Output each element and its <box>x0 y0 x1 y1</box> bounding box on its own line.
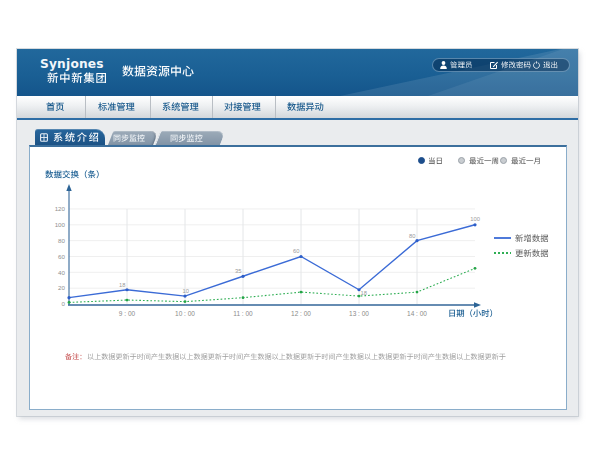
user-button[interactable] <box>440 59 475 71</box>
data-point-1 <box>300 291 303 294</box>
tab-label <box>170 134 203 143</box>
x-tick-label: 10 : 00 <box>175 310 195 317</box>
y-tick-label: 100 <box>55 221 66 228</box>
data-point-0 <box>299 255 302 258</box>
y-axis-arrow <box>66 184 71 191</box>
tab-sync-monitor-1[interactable] <box>108 131 158 145</box>
app-window: Synjones <box>17 49 578 416</box>
data-point-0 <box>415 239 418 242</box>
legend-label <box>515 234 549 243</box>
y-tick-label: 0 <box>62 300 66 307</box>
note-text <box>87 353 506 361</box>
legend-line-sample <box>494 236 511 240</box>
point-label: 10 <box>183 288 189 294</box>
logout-label <box>543 61 561 69</box>
point-label: 35 <box>235 268 241 274</box>
user-toolbar <box>432 58 570 72</box>
data-point-1 <box>358 295 361 298</box>
grid-icon <box>40 133 48 142</box>
y-tick-label: 80 <box>58 237 65 244</box>
y-tick-label: 40 <box>58 269 65 276</box>
nav-item-label <box>98 102 135 112</box>
point-label: 80 <box>409 233 415 239</box>
user-icon <box>440 61 447 69</box>
tab-system-intro[interactable] <box>35 129 105 145</box>
y-tick-label: 20 <box>58 284 65 291</box>
x-tick-label: 13 : 00 <box>349 310 369 317</box>
x-tick-label: 9 : 00 <box>119 310 136 317</box>
legend-line-sample <box>494 251 511 255</box>
tab-label <box>53 132 101 143</box>
note-prefix <box>65 353 87 361</box>
page: Synjones <box>0 0 600 450</box>
power-icon <box>533 61 540 69</box>
logo-synjones: Synjones <box>40 57 104 71</box>
footer-note <box>65 353 506 361</box>
data-point-0 <box>473 223 476 226</box>
tab-label <box>112 134 144 143</box>
nav-item-0[interactable] <box>25 96 86 118</box>
data-point-0 <box>125 288 128 291</box>
data-point-1 <box>416 291 419 294</box>
edit-icon <box>490 61 498 69</box>
header: Synjones <box>17 49 578 96</box>
data-point-0 <box>241 275 244 278</box>
navbar <box>17 96 578 120</box>
data-point-0 <box>183 294 186 297</box>
line-chart: 0204060801001209 : 0010 : 0011 : 0012 : … <box>30 147 566 407</box>
data-point-0 <box>67 296 70 299</box>
y-tick-label: 120 <box>55 205 66 212</box>
nav-item-2[interactable] <box>150 96 213 118</box>
data-point-1 <box>184 300 187 303</box>
change-password-label <box>501 61 534 69</box>
user-label <box>450 61 476 69</box>
logout-button[interactable] <box>533 59 560 71</box>
nav-item-1[interactable] <box>85 96 151 118</box>
y-tick-label: 60 <box>58 253 65 260</box>
legend-item-1[interactable] <box>494 246 549 261</box>
point-label: 18 <box>119 282 125 288</box>
nav-item-label <box>287 102 324 112</box>
point-label: 100 <box>470 216 480 222</box>
x-axis-arrow <box>474 302 481 307</box>
point-label: 60 <box>293 248 299 254</box>
data-point-1 <box>68 301 71 304</box>
nav-item-label <box>46 102 65 112</box>
change-password-button[interactable] <box>490 59 533 71</box>
data-point-1 <box>126 299 129 302</box>
data-point-1 <box>474 267 477 270</box>
tab-sync-monitor-2[interactable] <box>155 131 225 145</box>
x-tick-label: 11 : 00 <box>233 310 253 317</box>
x-tick-label: 14 : 00 <box>407 310 427 317</box>
logo-subtext <box>47 72 108 84</box>
nav-item-label <box>162 102 199 112</box>
chart-legend <box>494 231 549 261</box>
page-title <box>122 65 194 78</box>
nav-item-label <box>224 102 261 112</box>
nav-item-4[interactable] <box>275 96 338 118</box>
series-line-1 <box>69 268 475 302</box>
x-tick-label: 12 : 00 <box>291 310 311 317</box>
data-point-1 <box>242 296 245 299</box>
legend-label <box>515 249 549 258</box>
nav-item-3[interactable] <box>212 96 276 118</box>
legend-item-0[interactable] <box>494 231 549 246</box>
content-area: 0204060801001209 : 0010 : 0011 : 0012 : … <box>17 120 578 417</box>
